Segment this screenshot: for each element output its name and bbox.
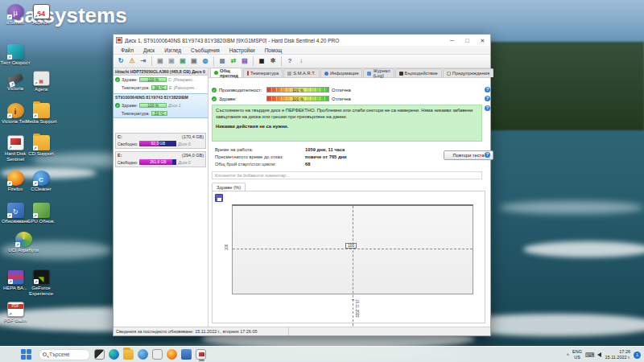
comment-input[interactable]: Кликнете да добавите коментар... bbox=[212, 171, 482, 179]
minimize-button[interactable]: ─ bbox=[444, 35, 460, 46]
recycle-box-icon: ↻↗ bbox=[7, 203, 24, 218]
help-icon[interactable]: ? bbox=[485, 96, 490, 101]
exit-icon[interactable]: ⇥ bbox=[138, 56, 148, 66]
speedtest-icon: ↗ bbox=[7, 44, 24, 60]
free-space-bar-c: 92,3 GB bbox=[139, 141, 176, 146]
performance-row: ✓ Производителност: 100 % Отлична bbox=[212, 86, 351, 93]
desktop-icon-gpu[interactable]: ↗ GPU Обнов. bbox=[24, 203, 58, 224]
status-bar: Сведения за последното обновяване: 15.11… bbox=[114, 327, 490, 335]
taskbar-search[interactable]: Търсене bbox=[39, 349, 90, 360]
disk-info-icon[interactable]: ▣ bbox=[167, 56, 176, 66]
search-icon bbox=[43, 352, 47, 356]
partition-c-block[interactable]: C: (170,4 GB) Свободно: 92,3 GB Диск 0 bbox=[115, 133, 206, 149]
sync-icon[interactable]: ⇄ bbox=[229, 56, 238, 66]
tab-bar: Общ преглед Температура S.M.A.R.T. Инфор… bbox=[208, 68, 490, 78]
disk0-health-row[interactable]: ✓ Здраве: 100 % C: [Резервно... bbox=[114, 76, 208, 84]
disk-search-icon[interactable]: ▣ bbox=[189, 56, 199, 66]
tab-overview[interactable]: Общ преглед bbox=[210, 68, 242, 77]
tab-temperature[interactable]: Температура bbox=[243, 68, 283, 77]
desktop-icon-agera[interactable]: ▦↗ Agera bbox=[24, 71, 58, 93]
desktop-icon-cd-folder[interactable]: ↗ CD Support bbox=[24, 135, 58, 157]
disk0-header[interactable]: Hitachi HDP725050GLA360 (465,8 GB) Диск … bbox=[114, 68, 208, 76]
desktop-icon-ccleaner[interactable]: C↗ CCleaner bbox=[24, 171, 58, 192]
message-icon[interactable]: ▤ bbox=[240, 56, 250, 66]
tab-information[interactable]: Информация bbox=[320, 68, 363, 77]
chart-tab-health[interactable]: Здраве (%) bbox=[212, 183, 246, 191]
menu-disk[interactable]: Диск bbox=[138, 47, 159, 53]
monitor-icon[interactable]: ▦ bbox=[257, 56, 266, 66]
ok-check-icon: ✓ bbox=[212, 88, 217, 93]
help-icon[interactable]: ? bbox=[285, 56, 295, 66]
firefox-icon[interactable] bbox=[167, 349, 177, 360]
stat-label: Пресметнатото време до отказ: bbox=[215, 154, 283, 159]
download-icon[interactable]: ↓ bbox=[296, 56, 306, 66]
disk0-temp-row[interactable]: Температура: 36 °C E: [Разширен... bbox=[114, 84, 208, 92]
touch-keyboard-icon[interactable]: ⌨ bbox=[585, 352, 595, 359]
desktop-icon-aida64[interactable]: 64↗ AIDA64 bbox=[24, 4, 58, 26]
start-button[interactable] bbox=[21, 349, 32, 360]
hdsentinel-icon: ↗ bbox=[7, 135, 24, 150]
hdsentinel-taskbar-icon[interactable] bbox=[196, 349, 206, 360]
toolbar: ↻ ⚠ ⇥ ▣ ▣ ▣ ▣ ◍ ▤ ⇄ ▤ ▦ ✱ ? ↓ bbox=[114, 55, 490, 68]
taskbar-clock[interactable]: 17:26 15.11.2022 г. bbox=[605, 349, 630, 360]
maximize-button[interactable]: □ bbox=[460, 35, 475, 46]
title-bar[interactable]: Диск 1, ST91000640NS 81Y9743 81Y3820IBM … bbox=[114, 35, 490, 46]
taskbar: Търсене ^ ENG US ⌨ 17:26 15.11.2022 г. 1 bbox=[0, 346, 644, 362]
desktop-icon-geforce[interactable]: ◥↗ GeForce Experience bbox=[24, 269, 58, 297]
disk1-selected-block[interactable]: ST91000640NS 81Y9743 81Y3820IBM ✓ Здраве… bbox=[114, 93, 208, 118]
menu-view[interactable]: Изглед bbox=[159, 47, 186, 53]
ccleaner-icon: C↗ bbox=[33, 171, 50, 186]
performance-icon bbox=[399, 72, 403, 76]
disk0-temp-bar: 36 °C bbox=[151, 85, 167, 90]
gear-icon[interactable]: ✱ bbox=[268, 56, 278, 66]
desktop-icon-speedtest[interactable]: ↗ Тест Скорост bbox=[0, 44, 32, 66]
health-history-chart[interactable]: 100 100 15.11.2022 г. bbox=[232, 204, 473, 294]
health-row: ✓ Здраве: 100 % Отлична bbox=[212, 95, 351, 102]
tab-alerts[interactable]: Предупреждения bbox=[443, 68, 493, 77]
firefox-icon: ↗ bbox=[7, 171, 24, 186]
warning-icon[interactable]: ⚠ bbox=[127, 56, 137, 66]
speaker-icon[interactable] bbox=[597, 352, 601, 357]
check-icon bbox=[214, 71, 218, 75]
notification-badge[interactable]: 1 bbox=[634, 352, 641, 359]
close-button[interactable]: ✕ bbox=[475, 35, 490, 46]
refresh-icon[interactable]: ↻ bbox=[116, 56, 126, 66]
report-icon[interactable]: ▤ bbox=[217, 56, 227, 66]
tab-performance[interactable]: Бързодействие bbox=[395, 68, 442, 77]
disk-test-icon[interactable]: ▣ bbox=[155, 56, 165, 66]
chart-panel: 100 100 15.11.2022 г. bbox=[212, 191, 485, 323]
language-indicator[interactable]: ENG US bbox=[572, 349, 582, 360]
main-panel: Общ преглед Температура S.M.A.R.T. Инфор… bbox=[208, 68, 490, 327]
help-icon[interactable]: ? bbox=[485, 87, 490, 93]
edge-icon[interactable] bbox=[109, 349, 119, 360]
chart-y-tick: 100 bbox=[225, 245, 229, 251]
browser-icon[interactable] bbox=[138, 349, 148, 360]
help-icon[interactable]: ? bbox=[485, 152, 490, 158]
disk1-temp-row: Температура: 33 °C bbox=[114, 109, 208, 117]
notes-icon[interactable] bbox=[181, 349, 192, 360]
help-icon[interactable]: ? bbox=[485, 105, 490, 111]
partition-e-block[interactable]: E: (294,0 GB) Свободно: 261,6 GB Диск 0 bbox=[115, 151, 206, 167]
alerts-icon bbox=[447, 72, 451, 76]
desktop-icon-media-folder[interactable]: ↗ Media Support bbox=[24, 103, 58, 125]
tray-chevron-icon[interactable]: ^ bbox=[567, 352, 569, 358]
disk-surface-icon[interactable]: ▣ bbox=[178, 56, 188, 66]
menu-messages[interactable]: Съобщения bbox=[186, 47, 225, 53]
file-explorer-icon[interactable] bbox=[123, 349, 134, 360]
geforce-icon: ◥↗ bbox=[33, 269, 50, 285]
hard-disk-sentinel-window: Диск 1, ST91000640NS 81Y9743 81Y3820IBM … bbox=[113, 34, 491, 336]
menu-settings[interactable]: Настройки bbox=[225, 47, 260, 53]
menu-help[interactable]: Помощ bbox=[260, 47, 287, 53]
network-globe-icon[interactable]: ◍ bbox=[200, 56, 210, 66]
task-view-icon[interactable] bbox=[94, 349, 105, 360]
ok-check-icon: ✓ bbox=[212, 97, 217, 101]
desktop-icon-pdf[interactable]: PDF↗ PDF Файл bbox=[0, 302, 32, 323]
calculator-icon[interactable] bbox=[152, 349, 163, 360]
menu-file[interactable]: Файл bbox=[116, 47, 138, 53]
tab-log[interactable]: Журнал (Log) bbox=[363, 68, 394, 77]
app-icon bbox=[116, 37, 122, 43]
tab-smart[interactable]: S.M.A.R.T. bbox=[283, 68, 320, 77]
desktop-icon-uci[interactable]: ↗ UCI Атрибути bbox=[6, 232, 40, 253]
save-chart-icon[interactable] bbox=[215, 194, 223, 202]
stat-value: 68 bbox=[305, 162, 310, 167]
